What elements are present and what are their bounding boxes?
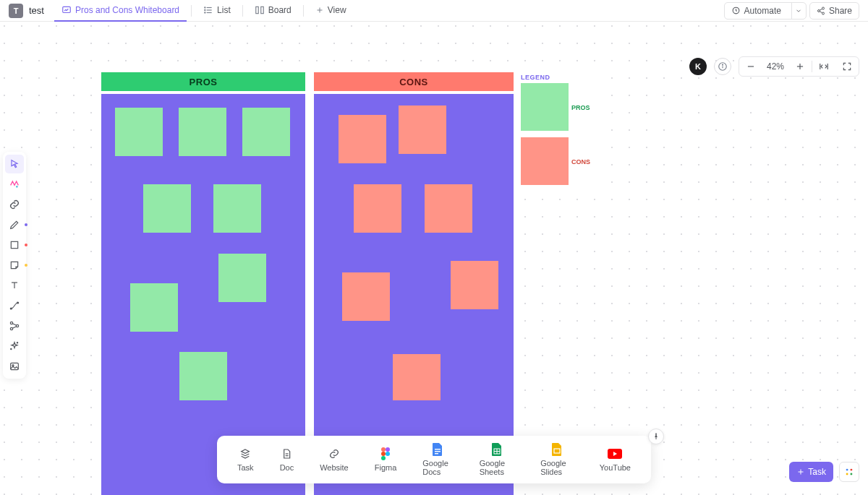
insert-label: Google Sheets <box>480 459 514 476</box>
cons-sticky[interactable] <box>393 354 441 400</box>
svg-rect-26 <box>11 241 17 248</box>
whiteboard-canvas[interactable]: PROS CONS LEGEND PROS CONS K 42% <box>0 22 868 495</box>
svg-point-14 <box>822 12 824 14</box>
svg-point-36 <box>17 343 17 343</box>
tool-image[interactable] <box>5 357 24 376</box>
pros-sticky[interactable] <box>179 108 226 156</box>
svg-rect-7 <box>255 7 258 13</box>
automate-icon <box>731 6 741 15</box>
svg-line-35 <box>12 327 16 329</box>
figma-icon <box>381 447 390 460</box>
pros-sticky[interactable] <box>213 184 261 233</box>
plus-icon <box>315 6 324 14</box>
tool-ai[interactable] <box>5 175 24 194</box>
svg-line-34 <box>12 324 16 326</box>
svg-point-29 <box>10 308 12 309</box>
pros-sticky[interactable] <box>143 184 191 233</box>
tab-board[interactable]: Board <box>247 0 299 22</box>
workspace-avatar[interactable]: T <box>9 4 23 18</box>
zoom-controls: 42% <box>739 56 859 77</box>
svg-rect-8 <box>260 7 263 13</box>
zoom-in-button[interactable] <box>788 56 812 77</box>
automate-label: Automate <box>744 6 781 16</box>
tool-text[interactable] <box>5 276 24 295</box>
tab-whiteboard[interactable]: Pros and Cons Whiteboard <box>54 0 187 22</box>
legend-swatch-pros[interactable] <box>521 83 569 131</box>
svg-point-45 <box>381 452 386 456</box>
insert-gsheets[interactable]: Google Sheets <box>467 440 527 479</box>
pros-sticky[interactable] <box>115 108 163 156</box>
color-dot <box>25 244 27 246</box>
task-icon <box>239 447 251 460</box>
svg-rect-48 <box>435 449 441 449</box>
insert-website[interactable]: Website <box>307 444 362 475</box>
insert-gdocs[interactable]: Google Docs <box>409 440 466 479</box>
share-icon <box>817 7 825 15</box>
canvas-controls: K 42% <box>689 56 859 77</box>
pros-sticky[interactable] <box>218 254 266 302</box>
tool-shape[interactable] <box>5 236 24 254</box>
whiteboard-icon <box>61 5 72 15</box>
insert-task[interactable]: Task <box>224 444 267 475</box>
svg-point-4 <box>205 7 205 7</box>
pin-button[interactable] <box>648 429 664 444</box>
doc-icon <box>281 447 292 460</box>
cons-sticky[interactable] <box>425 184 472 233</box>
pros-sticky[interactable] <box>242 108 290 156</box>
tab-list[interactable]: List <box>196 0 238 22</box>
svg-point-19 <box>723 64 723 65</box>
info-button[interactable] <box>714 58 731 75</box>
insert-label: Task <box>237 463 254 472</box>
workspace-name[interactable]: test <box>29 5 44 16</box>
pros-header[interactable]: PROS <box>101 72 305 91</box>
svg-line-16 <box>820 11 822 12</box>
legend-title: LEGEND <box>521 74 550 81</box>
top-bar: T test Pros and Cons Whiteboard List Boa… <box>0 0 868 22</box>
svg-rect-0 <box>63 7 71 12</box>
insert-doc[interactable]: Doc <box>267 444 307 475</box>
legend-label-cons: CONS <box>571 158 590 165</box>
svg-point-47 <box>381 456 386 460</box>
add-view-button[interactable]: View <box>308 0 354 22</box>
task-fab-label: Task <box>808 467 826 477</box>
svg-point-46 <box>386 452 390 456</box>
svg-point-13 <box>817 9 820 12</box>
cons-sticky[interactable] <box>339 115 386 163</box>
insert-gslides[interactable]: Google Slides <box>527 440 587 479</box>
legend-swatch-cons[interactable] <box>521 137 569 185</box>
pros-sticky[interactable] <box>130 283 178 332</box>
add-view-label: View <box>328 5 346 15</box>
tool-pen[interactable] <box>5 215 24 234</box>
cons-sticky[interactable] <box>354 184 401 233</box>
user-avatar[interactable]: K <box>689 58 707 75</box>
insert-youtube[interactable]: YouTube <box>587 444 644 475</box>
cons-sticky[interactable] <box>342 272 390 321</box>
zoom-value[interactable]: 42% <box>762 61 788 72</box>
share-button[interactable]: Share <box>809 2 859 20</box>
tool-link[interactable] <box>5 195 24 214</box>
cons-sticky[interactable] <box>451 261 498 309</box>
pros-sticky[interactable] <box>179 352 227 400</box>
cons-sticky[interactable] <box>399 106 446 154</box>
zoom-out-button[interactable] <box>739 56 762 77</box>
svg-rect-49 <box>435 451 441 452</box>
svg-point-60 <box>846 473 848 475</box>
automate-button[interactable]: Automate <box>724 2 807 20</box>
tool-pointer[interactable] <box>5 155 24 173</box>
tool-sticky[interactable] <box>5 256 24 275</box>
fit-width-button[interactable] <box>812 56 835 77</box>
cons-header[interactable]: CONS <box>314 72 514 91</box>
insert-label: YouTube <box>600 463 631 472</box>
tool-diagram[interactable] <box>5 317 24 335</box>
new-task-button[interactable]: Task <box>789 462 833 482</box>
gsheets-icon <box>492 443 502 456</box>
tool-connector[interactable] <box>5 296 24 315</box>
insert-bar: Task Doc Website Figma Google Docs Googl… <box>217 436 651 483</box>
tool-sparkle[interactable] <box>5 337 24 356</box>
apps-button[interactable] <box>839 462 859 482</box>
insert-figma[interactable]: Figma <box>362 444 410 475</box>
chevron-down-icon[interactable] <box>791 3 806 19</box>
tab-label: List <box>217 5 231 15</box>
fullscreen-button[interactable] <box>835 56 859 77</box>
bottom-right-controls: Task <box>789 462 859 482</box>
